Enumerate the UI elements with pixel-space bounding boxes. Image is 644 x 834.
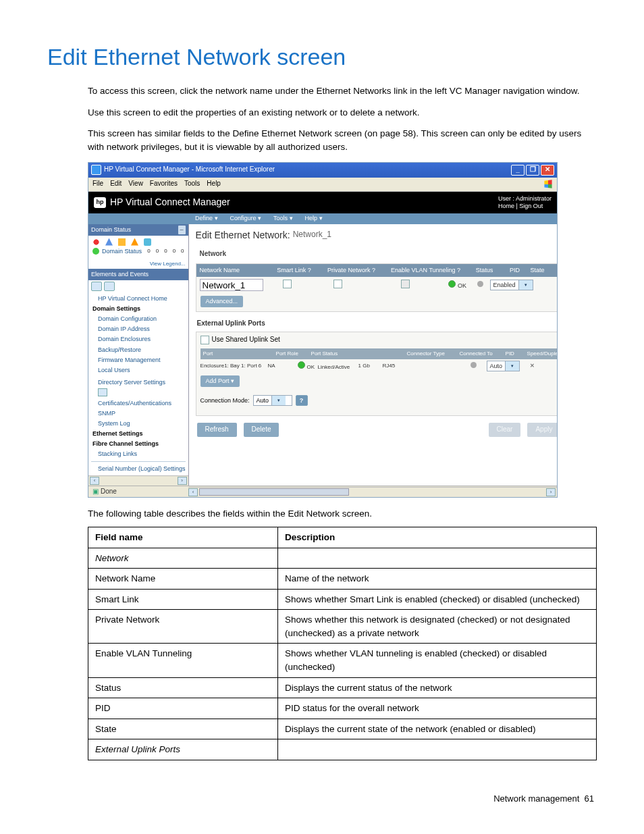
status-unknown-icon bbox=[144, 238, 151, 246]
scroll-right-icon[interactable]: › bbox=[178, 477, 187, 485]
connection-mode-label: Connection Mode: bbox=[200, 396, 250, 405]
sidebar-item[interactable]: Directory Server Settings bbox=[91, 377, 186, 388]
sidebar-item[interactable]: Firmware Management bbox=[91, 355, 186, 365]
add-port-button[interactable]: Add Port ▾ bbox=[200, 375, 240, 387]
port-columns-header: Port Port Role Port Status Connector Typ… bbox=[200, 348, 558, 359]
sidebar: Domain Status – Domain Status 0 0 bbox=[88, 224, 189, 486]
collapse-icon[interactable]: – bbox=[178, 226, 186, 234]
maximize-button[interactable]: ❐ bbox=[526, 165, 539, 176]
domain-status-link[interactable]: Domain Status bbox=[102, 247, 142, 256]
ie-menu-bar: File Edit View Favorites Tools Help bbox=[88, 178, 557, 192]
section-uplink-header: External Uplink Ports bbox=[197, 319, 558, 329]
sidebar-item[interactable]: Ethernet Settings bbox=[91, 429, 186, 439]
sidebar-item[interactable]: Local Users bbox=[91, 365, 186, 375]
windows-flag-icon bbox=[543, 180, 553, 189]
port-status-ok-icon bbox=[298, 361, 305, 369]
sidebar-item[interactable]: Domain Settings bbox=[91, 304, 186, 314]
sidebar-item[interactable]: Domain Enclosures bbox=[91, 334, 186, 344]
close-button[interactable]: ✕ bbox=[541, 165, 554, 176]
content-hscroll[interactable]: ‹ › bbox=[188, 487, 557, 497]
advanced-button[interactable]: Advanced... bbox=[200, 296, 244, 307]
status-minor-icon bbox=[118, 238, 126, 246]
sidebar-section-domain-status: Domain Status – bbox=[88, 224, 188, 236]
page-done-icon: ▣ bbox=[92, 487, 99, 497]
net-pid-icon bbox=[477, 281, 483, 287]
private-network-checkbox[interactable] bbox=[333, 280, 342, 288]
sidebar-section-elements: Elements and Events bbox=[88, 269, 188, 280]
connection-mode-help-icon[interactable]: ? bbox=[296, 395, 308, 406]
status-info-icon bbox=[105, 238, 113, 246]
user-label: User : Administrator bbox=[498, 195, 552, 203]
home-link[interactable]: Home bbox=[498, 203, 514, 209]
minimize-button[interactable]: _ bbox=[511, 165, 525, 176]
screenshot-ie-window: HP Virtual Connect Manager - Microsoft I… bbox=[88, 162, 558, 498]
sidebar-item[interactable]: Domain IP Address bbox=[91, 324, 186, 334]
sidebar-item[interactable]: HP Virtual Connect Home bbox=[91, 294, 186, 304]
chevron-down-icon: ▾ bbox=[271, 396, 286, 405]
ie-menu-tools[interactable]: Tools bbox=[184, 179, 200, 189]
sidebar-hscroll[interactable]: ‹ › bbox=[88, 475, 188, 486]
menu-tools[interactable]: Tools ▾ bbox=[273, 214, 293, 223]
menu-help[interactable]: Help ▾ bbox=[305, 214, 323, 223]
clear-button[interactable]: Clear bbox=[489, 423, 521, 437]
sign-out-link[interactable]: Sign Out bbox=[519, 203, 543, 209]
chevron-down-icon: ▾ bbox=[505, 361, 519, 371]
field-description-table: Field name Description NetworkNetwork Na… bbox=[88, 527, 597, 760]
ie-menu-edit[interactable]: Edit bbox=[110, 179, 122, 189]
ie-title-bar: HP Virtual Connect Manager - Microsoft I… bbox=[88, 163, 557, 178]
app-title: HP Virtual Connect Manager bbox=[110, 195, 230, 209]
sidebar-item[interactable]: Backup/Restore bbox=[91, 345, 186, 355]
menu-define[interactable]: Define ▾ bbox=[195, 214, 218, 223]
status-critical-icon bbox=[92, 238, 100, 246]
sidebar-item[interactable]: Fibre Channel Settings bbox=[91, 439, 186, 449]
menu-configure[interactable]: Configure ▾ bbox=[230, 214, 262, 223]
ie-menu-view[interactable]: View bbox=[128, 179, 143, 189]
sidebar-item[interactable]: Serial Number (Logical) Settings bbox=[91, 464, 186, 474]
delete-port-icon[interactable]: ✕ bbox=[530, 363, 535, 369]
status-warning-icon bbox=[131, 238, 138, 246]
view-legend-link[interactable]: View Legend... bbox=[91, 260, 186, 268]
table-row: StatusDisplays the current status of the… bbox=[88, 677, 597, 698]
table-row: PIDPID status for the overall network bbox=[88, 698, 597, 719]
intro-paragraph-3: This screen has similar fields to the De… bbox=[47, 127, 597, 153]
network-name-input[interactable] bbox=[200, 279, 263, 291]
delete-button[interactable]: Delete bbox=[244, 423, 279, 437]
sidebar-mini-icon-1[interactable] bbox=[91, 282, 102, 291]
refresh-button[interactable]: Refresh bbox=[197, 423, 237, 437]
sidebar-tree: HP Virtual Connect HomeDomain SettingsDo… bbox=[88, 292, 188, 475]
scroll-left-icon[interactable]: ‹ bbox=[90, 477, 99, 485]
table-row: External Uplink Ports bbox=[88, 739, 597, 760]
status-done-text: Done bbox=[101, 487, 117, 497]
sidebar-item[interactable]: Certificates/Authentications bbox=[91, 398, 186, 409]
ie-menu-help[interactable]: Help bbox=[207, 179, 221, 189]
use-shared-uplink-checkbox[interactable] bbox=[200, 336, 209, 344]
sidebar-mini-icon-2[interactable] bbox=[104, 282, 115, 291]
intro-paragraph-2: Use this screen to edit the properties o… bbox=[47, 106, 597, 120]
sidebar-item[interactable]: Domain Configuration bbox=[91, 314, 186, 324]
state-select[interactable]: Enabled▾ bbox=[490, 280, 533, 290]
scroll-left-icon[interactable]: ‹ bbox=[188, 488, 198, 496]
smart-link-checkbox[interactable] bbox=[283, 280, 292, 288]
table-row: Network bbox=[88, 548, 597, 569]
use-shared-uplink-label: Use Shared Uplink Set bbox=[212, 335, 280, 345]
port-row: Enclosure1: Bay 1: Port 6 NA OK Linked/A… bbox=[200, 359, 558, 373]
action-bar: Define ▾ Configure ▾ Tools ▾ Help ▾ bbox=[88, 213, 557, 224]
ie-menu-file[interactable]: File bbox=[92, 179, 103, 189]
table-row: Smart LinkShows whether Smart Link is en… bbox=[88, 589, 597, 610]
sidebar-item[interactable]: Stacking Links bbox=[91, 449, 186, 459]
connection-mode-select[interactable]: Auto▾ bbox=[253, 395, 292, 406]
chevron-down-icon: ▾ bbox=[518, 280, 533, 290]
scroll-right-icon[interactable]: › bbox=[546, 488, 556, 496]
vlan-tunneling-checkbox[interactable] bbox=[401, 280, 410, 288]
table-header-desc: Description bbox=[278, 527, 597, 548]
port-pid-icon bbox=[471, 362, 477, 368]
sidebar-item[interactable]: System Log bbox=[91, 419, 186, 429]
app-user-block: User : Administrator Home | Sign Out bbox=[498, 195, 552, 210]
table-row: Enable VLAN TunnelingShows whether VLAN … bbox=[88, 644, 597, 677]
section-network-header: Network bbox=[196, 247, 558, 261]
table-intro: The following table describes the fields… bbox=[47, 507, 597, 521]
ie-menu-favorites[interactable]: Favorites bbox=[150, 179, 178, 189]
sidebar-item[interactable]: SNMP bbox=[91, 409, 186, 419]
apply-button[interactable]: Apply bbox=[527, 423, 558, 437]
speed-duplex-select[interactable]: Auto▾ bbox=[487, 361, 520, 371]
